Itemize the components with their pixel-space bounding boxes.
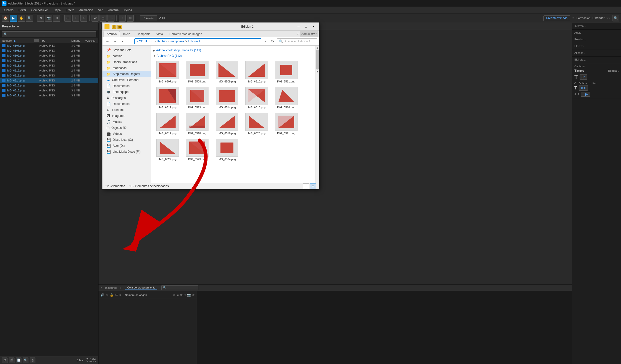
workspace-expand-icon[interactable]: >> — [607, 16, 611, 20]
sidebar-item-stop-motion-origami[interactable]: 📁Stop Motion Origami — [103, 71, 151, 77]
path-edicion1[interactable]: Edicion 1 — [188, 40, 200, 43]
menu-ayuda[interactable]: Ayuda — [121, 8, 135, 12]
file-thumbnail[interactable]: IMG_6514.png — [212, 85, 241, 110]
forward-btn[interactable]: → — [112, 38, 118, 44]
file-thumbnail[interactable]: IMG_6509.png — [212, 60, 241, 84]
up-btn[interactable]: ↑ — [127, 38, 133, 44]
sidebar-item-acer-(d:)[interactable]: 💾Acer (D:) — [103, 143, 151, 149]
file-thumbnail[interactable]: IMG_6511.png — [272, 60, 301, 84]
project-file-row[interactable]: IMG_6516.png Archivo PNG 3,1 MB — [0, 88, 98, 93]
path-youtube[interactable]: « YOUTUBE — [137, 40, 154, 43]
snapping-toggle[interactable]: □ Ajuste — [140, 15, 157, 21]
group-title[interactable]: Adobe Photoshop Image.22 (111) — [156, 49, 201, 52]
sidebar-item-música[interactable]: 🎵Música — [103, 119, 151, 125]
new-folder-btn[interactable]: ⊞ — [2, 358, 7, 363]
timeline-search-input[interactable] — [167, 286, 197, 289]
delete-btn[interactable]: 🗑 — [30, 358, 35, 363]
project-file-row[interactable]: IMG_6507.png Archivo PNG 3,0 MB — [0, 43, 98, 48]
menu-capa[interactable]: Capa — [51, 8, 63, 12]
file-thumbnail[interactable]: IMG_6510.png — [242, 60, 271, 84]
address-path[interactable]: « YOUTUBE > INTRO > mariposas > Edicion … — [134, 38, 261, 44]
region-icon[interactable]: ⊡ — [162, 16, 165, 20]
group-header[interactable]: ▼ Archivo PNG (112) — [153, 53, 313, 59]
text-tool[interactable]: T — [72, 15, 79, 22]
project-file-row[interactable]: IMG_6508.png Archivo PNG 2,8 MB — [0, 48, 98, 53]
menu-composicion[interactable]: Composición — [29, 8, 51, 12]
rect-tool[interactable]: ▭ — [64, 15, 71, 22]
file-thumbnail[interactable]: IMG_6516.png — [272, 85, 301, 110]
expand-icon[interactable]: ↗ — [158, 16, 161, 20]
zoom-tool[interactable]: 🔍 — [26, 15, 33, 22]
project-file-row[interactable]: IMG_6514.png Archivo PNG 2,4 MB — [0, 78, 98, 83]
project-file-row[interactable]: IMG_6510.png Archivo PNG 2,3 MB — [0, 58, 98, 63]
project-file-row[interactable]: IMG_6511.png Archivo PNG 2,3 MB — [0, 63, 98, 68]
search-box[interactable]: 🔍 Buscar en Edicion 1 — [277, 38, 317, 44]
ribbon-tab-herramientas[interactable]: Herramientas de imagen — [166, 31, 205, 37]
ribbon-tab-compartir[interactable]: Compartir — [133, 31, 153, 37]
scroll-thumb[interactable] — [316, 50, 319, 70]
sidebar-item-documentos[interactable]: 📄Documentos — [103, 83, 151, 89]
baseline-value[interactable]: 0 px — [581, 92, 590, 97]
tl-tag-icon[interactable]: 🏷 — [115, 293, 118, 297]
timeline-x-icon[interactable]: × — [101, 286, 102, 289]
sidebar-item-lina-maria-disco-(f:)[interactable]: 💾Lina Maria Disco (F:) — [103, 149, 151, 155]
menu-efecto[interactable]: Efecto — [63, 8, 77, 12]
tl-motion-icon[interactable]: ⊞ — [184, 293, 186, 297]
timeline-search[interactable]: 🔍 — [161, 285, 198, 290]
file-thumbnail[interactable]: IMG_6522.png — [153, 137, 182, 162]
sidebar-item-mariposas[interactable]: 📁mariposas — [103, 65, 151, 71]
sidebar-item-camino[interactable]: 📁camino — [103, 53, 151, 59]
file-thumbnail[interactable]: IMG_6523.png — [183, 137, 211, 162]
sidebar-item-escritorio[interactable]: 🖥Escritorio — [103, 107, 151, 113]
group-title[interactable]: Archivo PNG (112) — [157, 54, 182, 58]
close-button[interactable]: ✕ — [310, 24, 317, 29]
path-dropdown[interactable]: ▾ — [263, 38, 269, 44]
tl-solo-icon[interactable]: ◎ — [106, 293, 108, 297]
workspace-predeterminado[interactable]: Predeterminado — [543, 15, 570, 21]
recent-btn[interactable]: ▾ — [119, 38, 125, 44]
file-thumbnail[interactable]: IMG_6515.png — [242, 85, 271, 110]
sidebar-item-documentos[interactable]: 📄Documentos — [103, 101, 151, 107]
project-file-row[interactable]: IMG_6517.png Archivo PNG 3,2 MB — [0, 93, 98, 98]
ribbon-help-btn[interactable]: ? — [295, 31, 300, 37]
file-thumbnail[interactable]: IMG_6524.png — [212, 137, 241, 162]
project-search-input[interactable] — [7, 32, 95, 36]
sidebar-item-videos[interactable]: 🎬Videos — [103, 131, 151, 137]
workspace-formacion[interactable]: Formación — [576, 16, 591, 20]
comp-menu-icon[interactable]: ≡ — [120, 286, 121, 289]
sidebar-item-objetos-3d[interactable]: ⬡Objetos 3D — [103, 125, 151, 131]
menu-editar[interactable]: Editar — [16, 8, 29, 12]
project-search-box[interactable]: 🔍 — [2, 31, 96, 37]
comp-none-tab[interactable]: (ninguno) — [103, 286, 118, 290]
file-thumbnail[interactable]: IMG_6517.png — [153, 111, 182, 136]
sidebar-item-descargas[interactable]: ⬇Descargas — [103, 95, 151, 101]
tracker-tool[interactable]: ⊞ — [127, 15, 134, 22]
para-size-value[interactable]: 100 — [579, 85, 588, 91]
view-grid-btn[interactable]: ⊞ — [310, 183, 316, 189]
group-header[interactable]: ▶ Adobe Photoshop Image.22 (111) — [153, 48, 313, 53]
home-tool[interactable]: 🏠 — [2, 15, 9, 22]
tl-add-icon[interactable]: ⊕ — [173, 293, 176, 297]
search-button[interactable]: 🔍 — [613, 15, 619, 21]
file-thumbnail[interactable]: IMG_6507.png — [153, 60, 182, 84]
file-thumbnail[interactable]: IMG_6519.png — [212, 111, 241, 136]
menu-animacion[interactable]: Animación — [77, 8, 96, 12]
file-thumbnail[interactable]: IMG_6508.png — [183, 60, 211, 84]
tl-speaker-icon[interactable]: 🔊 — [101, 293, 104, 297]
new-item-btn[interactable]: 📄 — [16, 358, 21, 363]
tl-star-icon[interactable]: ★ — [177, 293, 179, 297]
camera-tool[interactable]: 📷 — [45, 15, 52, 22]
project-menu-icon[interactable]: ≡ — [17, 24, 19, 28]
sidebar-item-este-equipo[interactable]: 💻Este equipo — [103, 89, 151, 95]
ribbon-manage-btn[interactable]: Administrar — [300, 31, 318, 37]
workspace-estandar[interactable]: Estándar — [593, 16, 605, 20]
sidebar-item-imágenes[interactable]: 🖼Imágenes — [103, 113, 151, 119]
sidebar-item-onedrive---personal[interactable]: ☁OneDrive - Personal — [103, 77, 151, 83]
font-size-value[interactable]: 36 — [580, 74, 587, 80]
file-thumbnail[interactable]: IMG_6520.png — [242, 111, 271, 136]
puppet-tool[interactable]: ⋯ — [107, 15, 114, 22]
ribbon-tab-inicio[interactable]: Inicio — [120, 31, 133, 37]
file-thumbnail[interactable]: IMG_6513.png — [183, 85, 211, 110]
brush-tool[interactable]: 🖌 — [92, 15, 99, 22]
scroll-down-arrow[interactable]: ▼ — [316, 70, 319, 73]
